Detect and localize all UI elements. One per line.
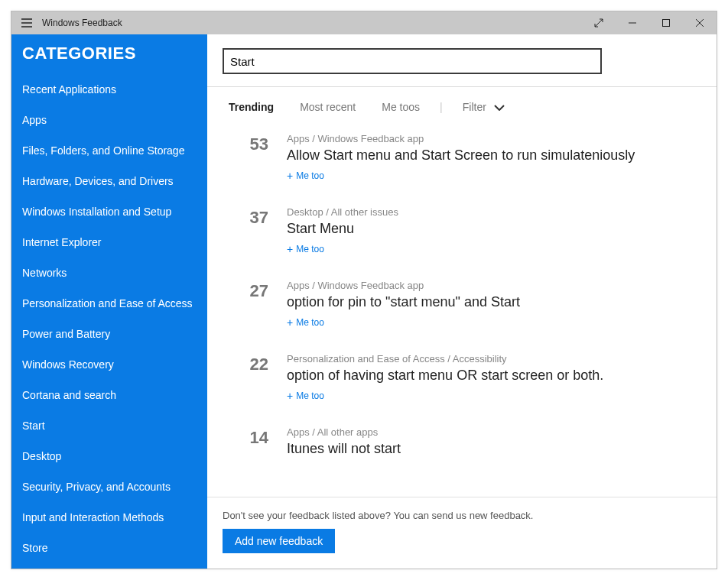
sidebar-header: CATEGORIES bbox=[11, 34, 207, 74]
filter-dropdown[interactable]: Filter bbox=[463, 101, 505, 113]
feedback-category: Apps / Windows Feedback app bbox=[287, 133, 707, 144]
main-panel: Trending Most recent Me toos | Filter 53… bbox=[207, 34, 717, 569]
feedback-item[interactable]: 53Apps / Windows Feedback appAllow Start… bbox=[229, 122, 707, 196]
me-too-button[interactable]: +Me too bbox=[287, 390, 707, 402]
feedback-count: 22 bbox=[229, 353, 268, 402]
sidebar-item[interactable]: Desktop bbox=[11, 441, 207, 471]
footer-prompt: Don't see your feedback listed above? Yo… bbox=[223, 510, 701, 521]
window-controls bbox=[582, 11, 717, 34]
feedback-category: Personalization and Ease of Access / Acc… bbox=[287, 353, 707, 365]
feedback-count: 37 bbox=[229, 206, 268, 255]
feedback-count: 53 bbox=[229, 133, 268, 182]
sidebar-item[interactable]: Networks bbox=[11, 258, 207, 288]
feedback-category: Desktop / All other issues bbox=[287, 206, 707, 218]
footer: Don't see your feedback listed above? Yo… bbox=[207, 497, 717, 569]
expand-icon bbox=[594, 18, 603, 28]
search-input[interactable] bbox=[223, 48, 602, 74]
sidebar-items: Recent ApplicationsAppsFiles, Folders, a… bbox=[11, 74, 207, 569]
categories-sidebar: CATEGORIES Recent ApplicationsAppsFiles,… bbox=[11, 34, 207, 569]
plus-icon: + bbox=[287, 390, 293, 402]
feedback-title: option of having start menu OR start scr… bbox=[287, 368, 707, 384]
close-icon bbox=[695, 18, 704, 28]
sidebar-item[interactable]: Windows Recovery bbox=[11, 349, 207, 380]
minimize-icon bbox=[628, 18, 637, 28]
me-too-label: Me too bbox=[296, 170, 324, 181]
feedback-item[interactable]: 37Desktop / All other issuesStart Menu+M… bbox=[229, 196, 707, 269]
plus-icon: + bbox=[287, 170, 293, 182]
sidebar-item[interactable]: Recent Applications bbox=[11, 74, 207, 105]
sidebar-item[interactable]: Windows Installation and Setup bbox=[11, 196, 207, 227]
filter-bar: Trending Most recent Me toos | Filter bbox=[207, 87, 717, 122]
sidebar-item[interactable]: Start bbox=[11, 410, 207, 441]
feedback-title: option for pin to "start menu" and Start bbox=[287, 294, 707, 310]
minimize-button[interactable] bbox=[616, 11, 649, 34]
feedback-title: Itunes will not start bbox=[287, 441, 707, 457]
plus-icon: + bbox=[287, 316, 293, 329]
maximize-icon bbox=[661, 18, 671, 28]
window-title: Windows Feedback bbox=[42, 18, 122, 28]
feedback-title: Allow Start menu and Start Screen to run… bbox=[287, 147, 707, 164]
title-bar: Windows Feedback bbox=[11, 11, 717, 34]
app-window: Windows Feedback CATEGORIES Recent Appli… bbox=[11, 11, 717, 569]
feedback-list[interactable]: 53Apps / Windows Feedback appAllow Start… bbox=[207, 122, 717, 497]
sidebar-item[interactable]: Input and Interaction Methods bbox=[11, 502, 207, 533]
feedback-count: 14 bbox=[229, 426, 268, 463]
me-too-label: Me too bbox=[296, 390, 324, 401]
me-too-button[interactable]: +Me too bbox=[287, 170, 707, 182]
expand-button[interactable] bbox=[582, 11, 616, 34]
svg-rect-4 bbox=[663, 20, 670, 27]
sidebar-item[interactable]: Cortana and search bbox=[11, 380, 207, 410]
feedback-count: 27 bbox=[229, 280, 268, 329]
sidebar-item[interactable]: Store bbox=[11, 533, 207, 563]
chevron-down-icon bbox=[494, 101, 505, 113]
hamburger-icon bbox=[21, 18, 32, 28]
search-area bbox=[207, 34, 717, 87]
feedback-category: Apps / All other apps bbox=[287, 426, 707, 438]
sidebar-item[interactable]: Security, Privacy, and Accounts bbox=[11, 471, 207, 502]
plus-icon: + bbox=[287, 243, 293, 255]
filter-label: Filter bbox=[463, 101, 486, 113]
sidebar-item[interactable]: Power and Battery bbox=[11, 319, 207, 349]
feedback-category: Apps / Windows Feedback app bbox=[287, 280, 707, 291]
tab-most-recent[interactable]: Most recent bbox=[300, 101, 356, 113]
hamburger-menu-button[interactable] bbox=[11, 18, 42, 28]
me-too-label: Me too bbox=[296, 317, 324, 328]
me-too-button[interactable]: +Me too bbox=[287, 316, 707, 329]
add-new-feedback-button[interactable]: Add new feedback bbox=[223, 529, 335, 553]
maximize-button[interactable] bbox=[649, 11, 683, 34]
sidebar-item[interactable]: Files, Folders, and Online Storage bbox=[11, 135, 207, 166]
sidebar-item[interactable]: Apps bbox=[11, 105, 207, 135]
me-too-label: Me too bbox=[296, 244, 324, 254]
feedback-item[interactable]: 14Apps / All other appsItunes will not s… bbox=[229, 416, 707, 477]
sidebar-item[interactable]: Internet Explorer bbox=[11, 227, 207, 258]
tab-trending[interactable]: Trending bbox=[229, 101, 274, 113]
close-button[interactable] bbox=[683, 11, 717, 34]
tab-me-toos[interactable]: Me toos bbox=[382, 101, 420, 113]
feedback-item[interactable]: 27Apps / Windows Feedback appoption for … bbox=[229, 269, 707, 342]
me-too-button[interactable]: +Me too bbox=[287, 243, 707, 255]
feedback-title: Start Menu bbox=[287, 221, 707, 237]
sidebar-item[interactable]: Personalization and Ease of Access bbox=[11, 288, 207, 319]
sidebar-item[interactable]: Hardware, Devices, and Drivers bbox=[11, 166, 207, 196]
feedback-item[interactable]: 22Personalization and Ease of Access / A… bbox=[229, 342, 707, 416]
filter-divider: | bbox=[440, 101, 443, 113]
